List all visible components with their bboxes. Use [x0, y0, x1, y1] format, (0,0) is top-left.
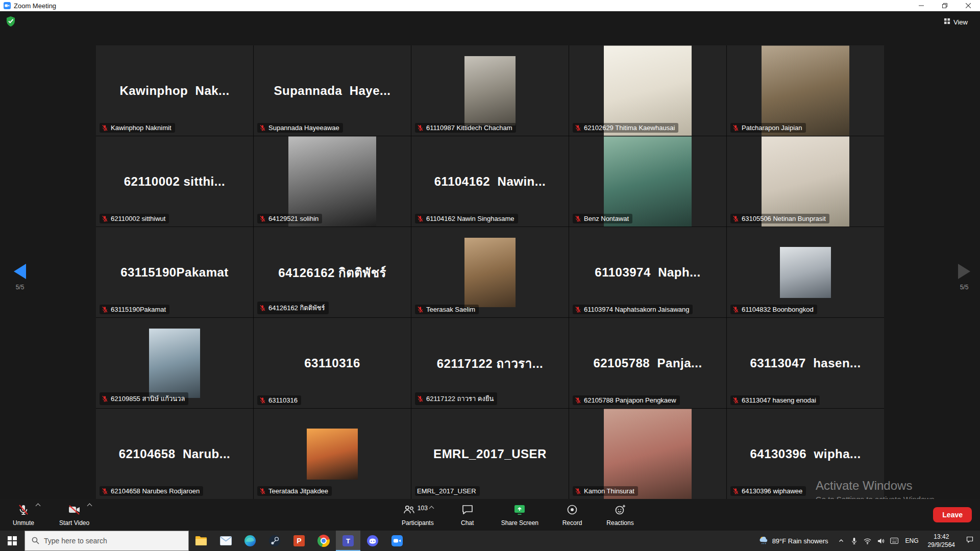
- participant-tile[interactable]: Kawinphop Nak...Kawinphop Naknimit: [96, 45, 253, 136]
- participant-tile[interactable]: 63115190Pakamat63115190Pakamat: [96, 227, 253, 317]
- participant-name-label: 63105506 Netinan Bunprasit: [730, 214, 829, 223]
- next-page-button[interactable]: 5/5: [952, 264, 976, 291]
- mail-icon: [219, 535, 232, 547]
- participant-tile[interactable]: 63113047 hasen...63113047 haseng enodai: [727, 318, 884, 408]
- participants-label: Participants: [402, 519, 434, 527]
- powerpoint-icon: P: [293, 535, 305, 547]
- participant-photo: [604, 45, 692, 136]
- participant-tile[interactable]: Kamon Thinsurat: [569, 409, 726, 499]
- participant-display-name: EMRL_2017_USER: [433, 447, 547, 461]
- record-label: Record: [562, 519, 582, 527]
- security-shield-icon[interactable]: [6, 16, 15, 29]
- participant-photo: [762, 45, 849, 136]
- participant-name-label: Supannada Hayeeawae: [257, 123, 343, 133]
- clock-time: 13:42: [928, 533, 955, 541]
- taskbar-app-steam[interactable]: [262, 531, 287, 551]
- participant-tile[interactable]: 64126162 กิตติพัชร์64126162 กิตติพัชร์: [254, 227, 411, 317]
- participant-tile[interactable]: 62110002 sitthi...62110002 sitthiwut: [96, 136, 253, 227]
- unmute-button[interactable]: Unmute: [7, 499, 40, 531]
- mic-off-icon: [259, 488, 266, 494]
- start-video-options-chevron[interactable]: [87, 504, 92, 509]
- leave-button[interactable]: Leave: [933, 507, 972, 522]
- unmute-options-chevron[interactable]: [36, 504, 41, 509]
- participant-tile[interactable]: 62102629 Thitima Kaewhausai: [569, 45, 726, 136]
- language-indicator[interactable]: ENG: [901, 537, 923, 544]
- participant-tile[interactable]: 63105506 Netinan Bunprasit: [727, 136, 884, 227]
- participant-name-label: Teeratada Jitpakdee: [257, 486, 332, 496]
- participant-display-name: 61104162 Nawin...: [434, 174, 546, 189]
- taskbar-app-zoom[interactable]: [385, 531, 409, 551]
- participant-tile[interactable]: Teeratada Jitpakdee: [254, 409, 411, 499]
- participant-tile[interactable]: Supannada Haye...Supannada Hayeeawae: [254, 45, 411, 136]
- toolbar-left-group: Unmute Start Video: [7, 499, 91, 531]
- participant-photo: [464, 238, 516, 307]
- participant-tile[interactable]: Patcharapon Jaipian: [727, 45, 884, 136]
- participant-tile[interactable]: 61103974 Naph...61103974 Naphatsakorn Ja…: [569, 227, 726, 317]
- participant-tile[interactable]: 61104832 Boonbongkod: [727, 227, 884, 317]
- minimize-button[interactable]: [910, 0, 933, 11]
- participant-tile[interactable]: Benz Nontawat: [569, 136, 726, 227]
- participants-chevron[interactable]: [429, 506, 434, 511]
- participant-name-label: 61110987 Kittidech Chacham: [415, 123, 516, 133]
- chrome-icon: [317, 535, 330, 547]
- start-button[interactable]: [0, 531, 24, 551]
- discord-icon: [366, 535, 379, 547]
- participant-name-label: 62110002 sitthiwut: [100, 214, 169, 223]
- participant-tile[interactable]: 6311031663110316: [254, 318, 411, 408]
- taskbar-app-mail[interactable]: [213, 531, 238, 551]
- unmute-label: Unmute: [13, 519, 34, 527]
- action-center-button[interactable]: [960, 531, 980, 551]
- taskbar-clock[interactable]: 13:42 29/9/2564: [923, 533, 960, 549]
- participant-tile[interactable]: 61104162 Nawin...61104162 Nawin Singhasa…: [411, 136, 569, 227]
- reactions-button[interactable]: Reactions: [604, 499, 636, 531]
- clock-date: 29/9/2564: [928, 541, 955, 549]
- view-button[interactable]: View: [939, 15, 973, 29]
- page-indicator-right: 5/5: [952, 284, 976, 291]
- microphone-icon[interactable]: [848, 531, 861, 551]
- participant-display-name: 62110002 sitthi...: [124, 174, 225, 189]
- svg-text:P: P: [297, 537, 301, 545]
- prev-page-button[interactable]: 5/5: [8, 264, 32, 291]
- taskbar-app-file-explorer[interactable]: [189, 531, 213, 551]
- taskbar-app-discord[interactable]: [360, 531, 385, 551]
- taskbar-app-chrome[interactable]: [311, 531, 336, 551]
- chevron-up-icon[interactable]: [835, 531, 848, 551]
- touch-keyboard-icon[interactable]: [888, 531, 901, 551]
- participant-name-label: 61104832 Boonbongkod: [730, 305, 817, 314]
- mic-off-icon: [575, 215, 581, 222]
- taskbar-app-edge[interactable]: [238, 531, 262, 551]
- mic-off-icon: [259, 124, 266, 131]
- taskbar-weather[interactable]: 89°F Rain showers: [752, 531, 835, 551]
- participant-name-label: 62104658 Narubes Rodjaroen: [100, 486, 203, 496]
- volume-icon[interactable]: [874, 531, 888, 551]
- tray-icons: [835, 531, 901, 551]
- mic-off-icon: [102, 306, 108, 313]
- participant-tile[interactable]: 61110987 Kittidech Chacham: [411, 45, 569, 136]
- participant-tile[interactable]: 62104658 Narub...62104658 Narubes Rodjar…: [96, 409, 253, 499]
- participant-tile[interactable]: 62105788 Panja...62105788 Panjapon Pengk…: [569, 318, 726, 408]
- record-icon: [566, 504, 578, 517]
- start-video-button[interactable]: Start Video: [57, 499, 91, 531]
- participant-display-name: Supannada Haye...: [274, 84, 390, 98]
- participant-display-name: 63110316: [304, 356, 360, 370]
- share-screen-button[interactable]: Share Screen: [499, 499, 541, 531]
- record-button[interactable]: Record: [556, 499, 589, 531]
- taskbar-search[interactable]: Type here to search: [24, 531, 189, 551]
- mic-off-icon: [259, 215, 266, 222]
- restore-button[interactable]: [933, 0, 957, 11]
- zoom-app-icon: [4, 2, 11, 9]
- participant-tile[interactable]: 62117122 ถาวรา...62117122 ถาวรา คงยืน: [411, 318, 569, 408]
- close-button[interactable]: [957, 0, 980, 11]
- taskbar-app-teams[interactable]: T: [336, 531, 360, 551]
- window-title: Zoom Meeting: [14, 2, 56, 10]
- participant-tile[interactable]: EMRL_2017_USEREMRL_2017_USER: [411, 409, 569, 499]
- taskbar-app-powerpoint[interactable]: P: [287, 531, 311, 551]
- chat-button[interactable]: Chat: [451, 499, 484, 531]
- participant-tile[interactable]: 62109855 สานิษ์ แก้วนวล: [96, 318, 253, 408]
- mic-off-icon: [575, 397, 581, 404]
- participants-button[interactable]: 103 Participants: [400, 499, 436, 531]
- participant-tile[interactable]: 64129521 solihin: [254, 136, 411, 227]
- action-center-icon: [966, 536, 974, 546]
- participant-tile[interactable]: Teerasak Saelim: [411, 227, 569, 317]
- network-icon[interactable]: [861, 531, 874, 551]
